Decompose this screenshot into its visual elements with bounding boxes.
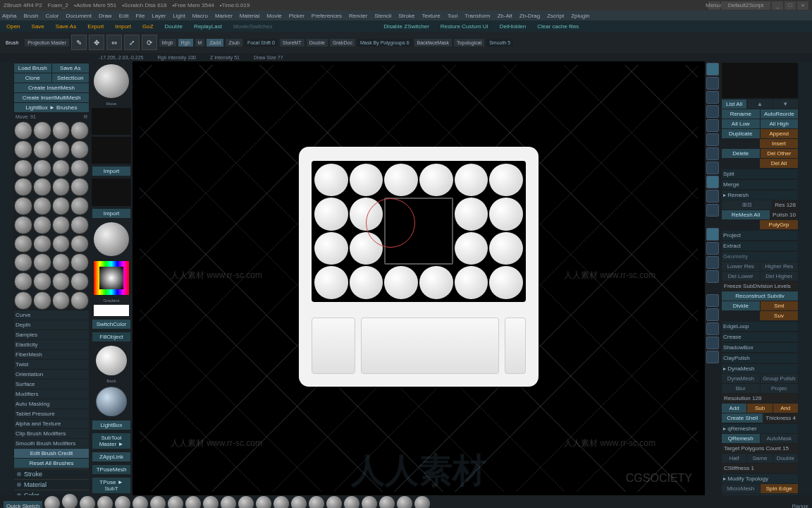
ghost-icon[interactable]	[706, 322, 719, 335]
disable-zswitcher-button[interactable]: Disable ZSwitcher	[379, 23, 433, 30]
modify-topology-section[interactable]: ▸ Modify Topology	[722, 474, 798, 483]
section-elasticity[interactable]: Elasticity	[14, 340, 89, 349]
brush-thumbnail[interactable]	[33, 159, 51, 178]
arrow-up-icon[interactable]: ▲	[747, 99, 772, 109]
brush-thumbnail[interactable]	[14, 291, 32, 310]
delall-button[interactable]: Del All	[760, 159, 798, 168]
create-insertmultimesh-button[interactable]: Create InsertMultiMesh	[14, 93, 89, 102]
remeshall-button[interactable]: ReMesh All	[722, 210, 770, 219]
append-button[interactable]: Append	[761, 129, 799, 138]
delhigher-button[interactable]: Del Higher	[761, 272, 799, 281]
menu-item[interactable]: Zscript	[547, 13, 564, 19]
zoom-icon[interactable]	[706, 105, 719, 118]
scroll-icon[interactable]	[706, 91, 719, 104]
selecticon-button[interactable]: SelectIcon	[52, 73, 90, 83]
shelf-brush[interactable]	[133, 496, 148, 508]
zapplink-button[interactable]: ZAppLink	[92, 452, 130, 461]
insert-button[interactable]: Insert	[760, 139, 798, 148]
reset-all-brushes-button[interactable]: Reset All Brushes	[14, 459, 89, 468]
brush-thumbnail[interactable]	[33, 253, 51, 272]
delother-button[interactable]: Del Other	[761, 149, 799, 158]
shelf-brush[interactable]	[291, 496, 307, 508]
brush-thumbnail[interactable]	[70, 235, 89, 253]
material-preview[interactable]	[94, 222, 129, 256]
menu-item[interactable]: Render	[349, 13, 367, 19]
rotate-icon[interactable]: ⟳	[142, 35, 157, 50]
section-twist[interactable]: Twist	[14, 360, 89, 369]
shelf-brush[interactable]	[273, 496, 289, 508]
menu-item[interactable]: Color	[45, 13, 59, 19]
extract-section[interactable]: Extract	[722, 241, 798, 250]
alpha-preview[interactable]	[92, 137, 131, 164]
storemt-button[interactable]: StoreMT	[280, 39, 304, 47]
brush-thumbnail[interactable]	[70, 272, 89, 291]
brush-thumbnail[interactable]	[14, 197, 32, 215]
allhigh-button[interactable]: All High	[761, 119, 799, 128]
shelf-brush[interactable]	[115, 496, 130, 508]
brush-thumbnail[interactable]	[70, 253, 89, 272]
polish-slider[interactable]: Polish 10	[770, 210, 798, 219]
clone-button[interactable]: Clone	[14, 73, 51, 83]
menu-item[interactable]: File	[135, 13, 144, 19]
r-button[interactable]: R	[84, 114, 87, 119]
brush-thumbnail[interactable]	[52, 272, 70, 291]
shelf-brush[interactable]	[309, 496, 324, 508]
grabdoc-button[interactable]: GrabDoc	[330, 39, 355, 47]
replaylast-button[interactable]: ReplayLast	[190, 23, 226, 30]
delhidden-button[interactable]: DelHidden	[496, 23, 530, 30]
double2-button[interactable]: Double	[307, 39, 328, 47]
brush-thumbnail[interactable]	[33, 197, 51, 215]
menu-item[interactable]: Brush	[23, 13, 38, 19]
brush-thumbnail[interactable]	[14, 121, 32, 140]
import-button[interactable]: Import	[111, 23, 135, 30]
brush-thumbnail[interactable]	[33, 178, 51, 196]
shelf-brush[interactable]	[344, 496, 359, 508]
shelf-brush[interactable]	[397, 496, 412, 508]
persp-icon[interactable]	[706, 147, 719, 160]
menu-item[interactable]: Draw	[99, 13, 112, 19]
suv-button[interactable]: Suv	[760, 311, 798, 320]
xpose-icon[interactable]	[706, 351, 719, 363]
brush-thumbnail[interactable]	[70, 140, 89, 159]
alllow-button[interactable]: All Low	[722, 119, 760, 128]
remesh-section[interactable]: ▸ Remesh	[722, 190, 798, 200]
backface-button[interactable]: BackfaceMask	[414, 39, 453, 47]
movie-button[interactable]: Movie/Switches	[229, 23, 277, 30]
defaultscript-button[interactable]: DefaultZScript	[721, 1, 770, 10]
freeze-button[interactable]: Freeze SubDivision Levels	[722, 282, 798, 291]
smt-button[interactable]: Smt	[761, 301, 799, 310]
half-button[interactable]: Half	[722, 454, 746, 463]
brush-thumbnail[interactable]	[14, 235, 32, 253]
save-button[interactable]: Save	[27, 23, 49, 30]
spix-icon[interactable]	[706, 77, 719, 90]
menu-item[interactable]: Picker	[289, 13, 304, 19]
stroke-palette[interactable]: Stroke	[14, 468, 89, 479]
divide-button[interactable]: Divide	[722, 301, 760, 310]
shelf-brush[interactable]	[44, 496, 60, 508]
edgeloop-section[interactable]: EdgeLoop	[722, 322, 798, 331]
section-clipbrush[interactable]: Clip Brush Modifiers	[14, 429, 89, 438]
lcam-icon[interactable]	[706, 190, 719, 202]
import-texture-button[interactable]: Import	[92, 209, 130, 218]
reconstruct-button[interactable]: Reconstruct Subdiv	[722, 291, 798, 301]
menu-item[interactable]: Edit	[119, 13, 129, 19]
shelf-brush[interactable]	[168, 496, 183, 508]
drawsize-slider[interactable]: Draw Size 77	[254, 55, 283, 60]
delhidden2-button[interactable]: DelHidden	[722, 494, 760, 495]
menu-item[interactable]: Preferences	[312, 13, 342, 19]
brush-thumbnail[interactable]	[52, 159, 70, 178]
menu-item[interactable]: Movie	[266, 13, 281, 19]
transp-icon[interactable]	[706, 308, 719, 321]
load-brush-button[interactable]: Load Brush	[14, 64, 51, 73]
rotate-view-icon[interactable]	[706, 270, 719, 283]
focal-shift-slider[interactable]: Focal Shift 0	[245, 39, 278, 47]
shelf-brush[interactable]	[221, 496, 236, 508]
section-automasking[interactable]: Auto Masking	[14, 399, 89, 409]
qremesher-section[interactable]: ▸ qRemesher	[722, 424, 798, 433]
scale-view-icon[interactable]	[706, 256, 719, 269]
menus-button[interactable]: Menus	[708, 1, 720, 10]
subtool-thumbnail[interactable]	[722, 63, 798, 98]
create-insertmesh-button[interactable]: Create InsertMesh	[14, 83, 89, 92]
dynamesh-section[interactable]: ▸ DynaMesh	[722, 364, 798, 373]
shelf-brush[interactable]	[203, 496, 219, 508]
